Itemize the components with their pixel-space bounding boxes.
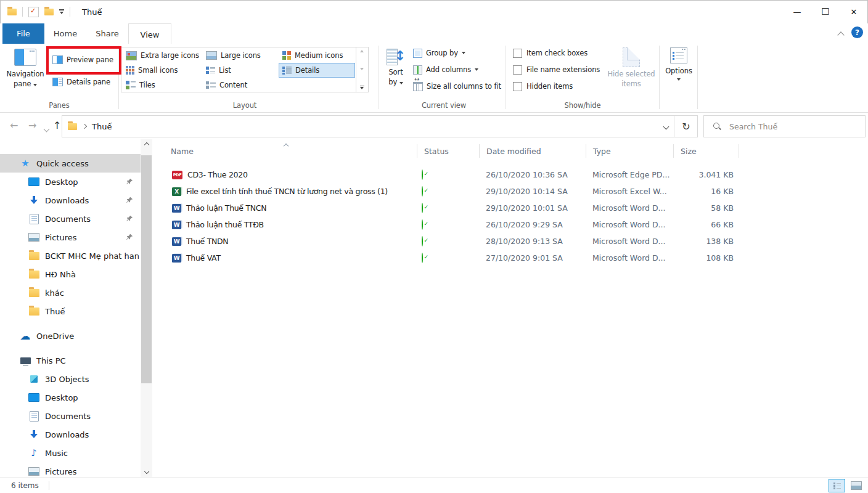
file-row[interactable]: File excel tính tính thuế TNCN từ lương … xyxy=(157,183,868,200)
synced-status-icon xyxy=(422,253,423,263)
file-row[interactable]: Thuế TNDN 28/10/2020 9:13 SA Microsoft W… xyxy=(157,233,868,250)
address-dropdown-icon[interactable] xyxy=(657,116,675,137)
collapse-ribbon-icon[interactable] xyxy=(838,28,846,35)
sidebar-item-pc-downloads[interactable]: Downloads xyxy=(0,425,141,444)
large-icons-icon xyxy=(206,51,217,60)
gallery-more-icon[interactable] xyxy=(360,86,364,90)
sidebar-item-khac-folder[interactable]: khác xyxy=(0,283,141,302)
gallery-scroll-down-icon[interactable] xyxy=(360,68,364,70)
sidebar-item-onedrive[interactable]: OneDrive xyxy=(0,327,141,345)
sidebar-item-pictures[interactable]: Pictures xyxy=(0,228,141,246)
breadcrumb[interactable]: Thuế xyxy=(62,122,112,131)
sort-by-button[interactable]: Sort by xyxy=(382,47,409,102)
address-bar[interactable]: Thuế ↻ xyxy=(62,115,698,137)
qat-properties-icon[interactable] xyxy=(28,7,39,17)
folder-icon xyxy=(29,252,39,260)
tab-home[interactable]: Home xyxy=(44,23,86,44)
layout-content[interactable]: Content xyxy=(202,78,277,92)
sidebar-item-hd-nha-folder[interactable]: HĐ Nhà xyxy=(0,265,141,283)
navigation-pane-button[interactable]: Navigation pane xyxy=(5,49,46,102)
layout-small-icons[interactable]: Small icons xyxy=(122,63,201,78)
sidebar-item-pc-documents[interactable]: Documents xyxy=(0,407,141,425)
file-row[interactable]: Thảo luận thuế TTĐB 26/10/2020 9:29 SA M… xyxy=(157,216,868,233)
up-icon[interactable]: ↑ xyxy=(53,118,61,133)
minimize-button[interactable]: — xyxy=(783,0,811,23)
sidebar-item-pc-desktop[interactable]: Desktop xyxy=(0,388,141,407)
sidebar-item-documents[interactable]: Documents xyxy=(0,210,141,228)
item-check-boxes-option[interactable]: Item check boxes xyxy=(513,47,588,59)
sidebar-scrollbar[interactable] xyxy=(141,139,152,478)
group-by-button[interactable]: Group by xyxy=(413,47,465,59)
scroll-up-icon[interactable] xyxy=(141,139,152,150)
preview-pane-label: Preview pane xyxy=(67,55,113,64)
synced-status-icon xyxy=(422,169,423,180)
help-icon[interactable]: ? xyxy=(851,26,863,38)
sidebar-item-this-pc[interactable]: This PC xyxy=(0,351,141,370)
breadcrumb-path[interactable]: Thuế xyxy=(92,122,112,131)
thumbnail-view-toggle[interactable] xyxy=(848,479,864,492)
sidebar-item-3d-objects[interactable]: 3D Objects xyxy=(0,370,141,388)
column-header-status[interactable]: Status xyxy=(417,144,479,158)
file-row[interactable]: Thảo luận Thuế TNCN 29/10/2020 10:01 SA … xyxy=(157,200,868,216)
sidebar-item-downloads[interactable]: Downloads xyxy=(0,191,141,210)
add-columns-label: Add columns xyxy=(426,65,471,74)
excel-file-icon xyxy=(172,187,181,196)
sidebar-item-quick-access[interactable]: Quick access xyxy=(0,154,141,173)
maximize-button[interactable]: ☐ xyxy=(811,0,840,23)
sidebar-item-music[interactable]: Music xyxy=(0,444,141,462)
column-header-size[interactable]: Size xyxy=(673,144,739,158)
file-row[interactable]: CD3- Thue 2020 26/10/2020 10:36 SA Micro… xyxy=(157,166,868,183)
layout-list[interactable]: List xyxy=(202,63,277,78)
scroll-down-icon[interactable] xyxy=(141,467,152,478)
hide-selected-items-button[interactable]: Hide selected items xyxy=(608,47,655,103)
tab-file[interactable]: File xyxy=(2,23,44,44)
sidebar-item-thue-folder[interactable]: Thuế xyxy=(0,302,141,320)
desktop-icon xyxy=(28,177,39,186)
address-toolbar: ← → ↑ Thuế ↻ xyxy=(0,113,868,139)
synced-status-icon xyxy=(422,219,423,230)
back-icon[interactable]: ← xyxy=(10,118,18,133)
close-button[interactable]: ✕ xyxy=(840,0,868,23)
layout-medium-icons[interactable]: Medium icons xyxy=(279,48,355,63)
layout-extra-large-icons[interactable]: Extra large icons xyxy=(122,48,201,63)
details-pane-button[interactable]: Details pane xyxy=(52,74,110,90)
hidden-items-option[interactable]: Hidden items xyxy=(513,80,573,92)
pin-icon xyxy=(126,215,133,222)
options-button[interactable]: Options xyxy=(662,47,695,103)
hidden-items-checkbox[interactable] xyxy=(513,82,522,91)
search-input[interactable] xyxy=(728,121,841,132)
refresh-icon[interactable]: ↻ xyxy=(675,116,697,137)
layout-tiles[interactable]: Tiles xyxy=(122,78,201,92)
column-header-type[interactable]: Type xyxy=(586,144,673,158)
file-row[interactable]: Thuế VAT 27/10/2020 9:01 SA Microsoft Wo… xyxy=(157,250,868,266)
preview-pane-button[interactable]: Preview pane xyxy=(52,52,113,68)
layout-large-icons[interactable]: Large icons xyxy=(202,48,277,63)
size-all-columns-button[interactable]: Size all columns to fit xyxy=(413,80,501,92)
gallery-scroll-up-icon[interactable] xyxy=(360,50,364,52)
sort-by-icon xyxy=(387,47,405,66)
sidebar-item-pc-pictures[interactable]: Pictures xyxy=(0,462,141,478)
tab-share[interactable]: Share xyxy=(86,23,128,44)
file-name-extensions-option[interactable]: File name extensions xyxy=(513,63,600,76)
qat-new-folder-icon[interactable] xyxy=(44,9,54,15)
layout-details-selected[interactable]: Details xyxy=(279,63,355,78)
add-columns-button[interactable]: Add columns xyxy=(413,63,478,76)
tab-view[interactable]: View xyxy=(128,23,171,46)
sidebar-item-bckt-folder[interactable]: BCKT MHC Mẹ phat han xyxy=(0,246,141,265)
file-name-extensions-checkbox[interactable] xyxy=(513,65,522,75)
sidebar-item-desktop[interactable]: Desktop xyxy=(0,173,141,191)
details-pane-label: Details pane xyxy=(67,78,110,86)
forward-icon[interactable]: → xyxy=(28,118,36,133)
breadcrumb-chevron-icon xyxy=(82,124,87,129)
hide-selected-items-icon xyxy=(623,47,640,67)
pictures-icon xyxy=(28,233,39,242)
synced-status-icon xyxy=(422,236,423,246)
search-box[interactable] xyxy=(703,115,866,137)
recent-locations-chevron-icon[interactable] xyxy=(44,121,49,136)
column-header-date-modified[interactable]: Date modified xyxy=(479,144,586,158)
quick-access-star-icon xyxy=(20,159,31,168)
item-check-boxes-checkbox[interactable] xyxy=(513,49,522,58)
scrollbar-thumb[interactable] xyxy=(141,155,152,383)
details-view-toggle[interactable] xyxy=(829,479,845,492)
qat-customize-dropdown-icon[interactable] xyxy=(59,9,64,14)
